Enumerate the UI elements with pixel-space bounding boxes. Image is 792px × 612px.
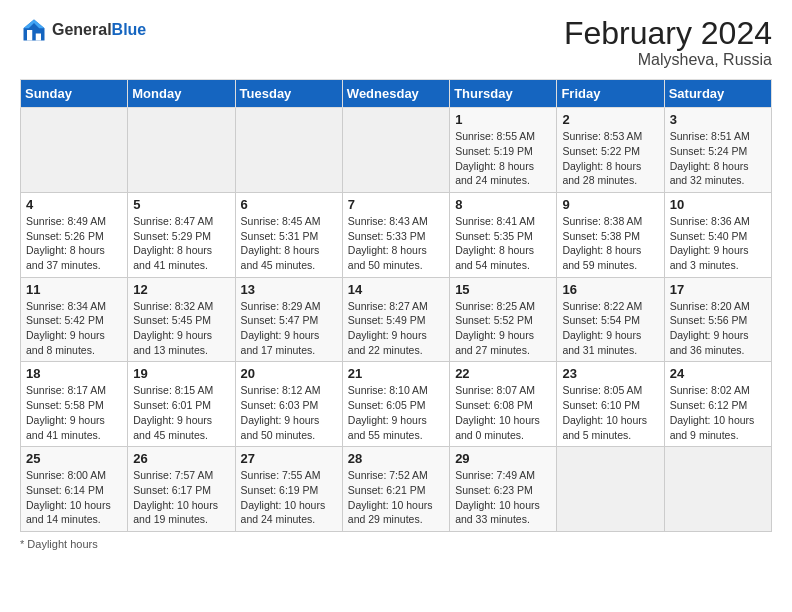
day-info: Sunrise: 8:55 AMSunset: 5:19 PMDaylight:… (455, 129, 551, 188)
weekday-header-friday: Friday (557, 80, 664, 108)
day-number: 29 (455, 451, 551, 466)
day-number: 8 (455, 197, 551, 212)
day-info: Sunrise: 7:49 AMSunset: 6:23 PMDaylight:… (455, 468, 551, 527)
day-number: 13 (241, 282, 337, 297)
day-number: 20 (241, 366, 337, 381)
day-number: 21 (348, 366, 444, 381)
calendar-cell: 21Sunrise: 8:10 AMSunset: 6:05 PMDayligh… (342, 362, 449, 447)
day-number: 3 (670, 112, 766, 127)
logo: GeneralBlue (20, 16, 146, 44)
logo-general: General (52, 21, 112, 38)
calendar-cell: 23Sunrise: 8:05 AMSunset: 6:10 PMDayligh… (557, 362, 664, 447)
weekday-header-row: SundayMondayTuesdayWednesdayThursdayFrid… (21, 80, 772, 108)
calendar-cell: 3Sunrise: 8:51 AMSunset: 5:24 PMDaylight… (664, 108, 771, 193)
week-row-1: 1Sunrise: 8:55 AMSunset: 5:19 PMDaylight… (21, 108, 772, 193)
calendar-cell: 14Sunrise: 8:27 AMSunset: 5:49 PMDayligh… (342, 277, 449, 362)
calendar-cell: 13Sunrise: 8:29 AMSunset: 5:47 PMDayligh… (235, 277, 342, 362)
title-block: February 2024 Malysheva, Russia (564, 16, 772, 69)
day-number: 16 (562, 282, 658, 297)
calendar-cell (557, 447, 664, 532)
day-info: Sunrise: 8:43 AMSunset: 5:33 PMDaylight:… (348, 214, 444, 273)
footer-note: * Daylight hours (20, 538, 772, 550)
calendar-cell: 18Sunrise: 8:17 AMSunset: 5:58 PMDayligh… (21, 362, 128, 447)
day-info: Sunrise: 8:07 AMSunset: 6:08 PMDaylight:… (455, 383, 551, 442)
calendar-cell: 29Sunrise: 7:49 AMSunset: 6:23 PMDayligh… (450, 447, 557, 532)
day-info: Sunrise: 7:57 AMSunset: 6:17 PMDaylight:… (133, 468, 229, 527)
calendar-cell: 15Sunrise: 8:25 AMSunset: 5:52 PMDayligh… (450, 277, 557, 362)
logo-text: GeneralBlue (52, 21, 146, 39)
month-title: February 2024 (564, 16, 772, 51)
day-number: 27 (241, 451, 337, 466)
day-number: 14 (348, 282, 444, 297)
day-info: Sunrise: 8:20 AMSunset: 5:56 PMDaylight:… (670, 299, 766, 358)
week-row-2: 4Sunrise: 8:49 AMSunset: 5:26 PMDaylight… (21, 192, 772, 277)
day-info: Sunrise: 8:22 AMSunset: 5:54 PMDaylight:… (562, 299, 658, 358)
week-row-5: 25Sunrise: 8:00 AMSunset: 6:14 PMDayligh… (21, 447, 772, 532)
day-info: Sunrise: 8:53 AMSunset: 5:22 PMDaylight:… (562, 129, 658, 188)
calendar-cell: 24Sunrise: 8:02 AMSunset: 6:12 PMDayligh… (664, 362, 771, 447)
day-number: 18 (26, 366, 122, 381)
location: Malysheva, Russia (564, 51, 772, 69)
day-number: 1 (455, 112, 551, 127)
day-number: 9 (562, 197, 658, 212)
day-info: Sunrise: 8:00 AMSunset: 6:14 PMDaylight:… (26, 468, 122, 527)
day-number: 15 (455, 282, 551, 297)
calendar-cell: 9Sunrise: 8:38 AMSunset: 5:38 PMDaylight… (557, 192, 664, 277)
day-number: 22 (455, 366, 551, 381)
logo-icon (20, 16, 48, 44)
day-number: 26 (133, 451, 229, 466)
weekday-header-monday: Monday (128, 80, 235, 108)
calendar-cell: 26Sunrise: 7:57 AMSunset: 6:17 PMDayligh… (128, 447, 235, 532)
day-info: Sunrise: 8:47 AMSunset: 5:29 PMDaylight:… (133, 214, 229, 273)
svg-rect-3 (36, 34, 41, 41)
calendar: SundayMondayTuesdayWednesdayThursdayFrid… (20, 79, 772, 532)
week-row-4: 18Sunrise: 8:17 AMSunset: 5:58 PMDayligh… (21, 362, 772, 447)
day-info: Sunrise: 8:02 AMSunset: 6:12 PMDaylight:… (670, 383, 766, 442)
day-info: Sunrise: 8:25 AMSunset: 5:52 PMDaylight:… (455, 299, 551, 358)
day-number: 10 (670, 197, 766, 212)
calendar-cell: 19Sunrise: 8:15 AMSunset: 6:01 PMDayligh… (128, 362, 235, 447)
day-number: 2 (562, 112, 658, 127)
calendar-cell: 4Sunrise: 8:49 AMSunset: 5:26 PMDaylight… (21, 192, 128, 277)
day-info: Sunrise: 8:12 AMSunset: 6:03 PMDaylight:… (241, 383, 337, 442)
day-info: Sunrise: 8:36 AMSunset: 5:40 PMDaylight:… (670, 214, 766, 273)
calendar-cell (21, 108, 128, 193)
day-number: 23 (562, 366, 658, 381)
day-info: Sunrise: 8:32 AMSunset: 5:45 PMDaylight:… (133, 299, 229, 358)
svg-rect-2 (27, 30, 32, 41)
calendar-cell (128, 108, 235, 193)
day-info: Sunrise: 8:49 AMSunset: 5:26 PMDaylight:… (26, 214, 122, 273)
calendar-cell: 10Sunrise: 8:36 AMSunset: 5:40 PMDayligh… (664, 192, 771, 277)
calendar-cell: 12Sunrise: 8:32 AMSunset: 5:45 PMDayligh… (128, 277, 235, 362)
logo-blue: Blue (112, 21, 147, 38)
day-number: 24 (670, 366, 766, 381)
day-number: 4 (26, 197, 122, 212)
day-info: Sunrise: 8:10 AMSunset: 6:05 PMDaylight:… (348, 383, 444, 442)
calendar-cell: 6Sunrise: 8:45 AMSunset: 5:31 PMDaylight… (235, 192, 342, 277)
calendar-cell: 7Sunrise: 8:43 AMSunset: 5:33 PMDaylight… (342, 192, 449, 277)
calendar-cell: 8Sunrise: 8:41 AMSunset: 5:35 PMDaylight… (450, 192, 557, 277)
footer-note-text: Daylight hours (27, 538, 97, 550)
calendar-cell: 28Sunrise: 7:52 AMSunset: 6:21 PMDayligh… (342, 447, 449, 532)
weekday-header-tuesday: Tuesday (235, 80, 342, 108)
day-info: Sunrise: 8:41 AMSunset: 5:35 PMDaylight:… (455, 214, 551, 273)
day-number: 7 (348, 197, 444, 212)
week-row-3: 11Sunrise: 8:34 AMSunset: 5:42 PMDayligh… (21, 277, 772, 362)
day-info: Sunrise: 8:38 AMSunset: 5:38 PMDaylight:… (562, 214, 658, 273)
header: GeneralBlue February 2024 Malysheva, Rus… (20, 16, 772, 69)
weekday-header-saturday: Saturday (664, 80, 771, 108)
calendar-cell (664, 447, 771, 532)
day-number: 17 (670, 282, 766, 297)
day-number: 12 (133, 282, 229, 297)
day-info: Sunrise: 8:29 AMSunset: 5:47 PMDaylight:… (241, 299, 337, 358)
calendar-cell: 16Sunrise: 8:22 AMSunset: 5:54 PMDayligh… (557, 277, 664, 362)
weekday-header-thursday: Thursday (450, 80, 557, 108)
day-info: Sunrise: 7:55 AMSunset: 6:19 PMDaylight:… (241, 468, 337, 527)
day-info: Sunrise: 8:05 AMSunset: 6:10 PMDaylight:… (562, 383, 658, 442)
day-number: 6 (241, 197, 337, 212)
day-info: Sunrise: 8:45 AMSunset: 5:31 PMDaylight:… (241, 214, 337, 273)
calendar-cell: 5Sunrise: 8:47 AMSunset: 5:29 PMDaylight… (128, 192, 235, 277)
calendar-cell: 17Sunrise: 8:20 AMSunset: 5:56 PMDayligh… (664, 277, 771, 362)
day-number: 19 (133, 366, 229, 381)
page: GeneralBlue February 2024 Malysheva, Rus… (0, 0, 792, 612)
